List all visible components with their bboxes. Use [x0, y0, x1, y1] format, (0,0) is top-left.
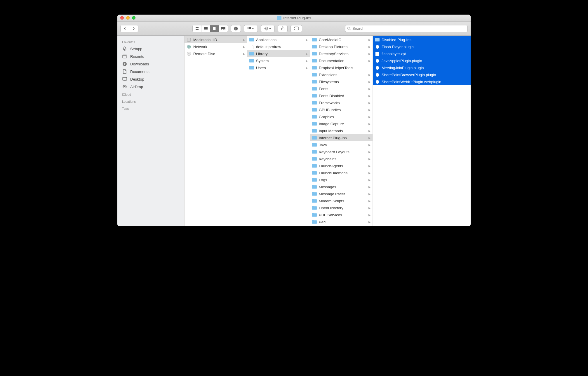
file-row[interactable]: JavaAppletPlugin.plugin — [373, 57, 471, 64]
icon-view-icon — [195, 27, 199, 30]
sidebar-section-header[interactable]: iCloud — [117, 90, 184, 98]
file-row[interactable]: Flash Player.plugin — [373, 43, 471, 50]
file-icon — [375, 51, 380, 56]
file-row[interactable]: Documentation▶ — [310, 57, 373, 64]
file-row[interactable]: Fonts▶ — [310, 85, 373, 92]
list-view-button[interactable] — [201, 25, 210, 32]
svg-rect-2 — [196, 29, 197, 30]
file-row[interactable]: DropboxHelperTools — [310, 64, 373, 71]
file-row[interactable]: Extensions▶ — [310, 71, 373, 78]
file-row[interactable]: LaunchDaemons▶ — [310, 169, 373, 176]
file-row[interactable]: OpenDirectory▶ — [310, 204, 373, 211]
sidebar-section-header[interactable]: Tags — [117, 105, 184, 112]
file-row[interactable]: Library▶ — [247, 50, 310, 57]
sidebar-item-desktop[interactable]: Desktop — [117, 75, 184, 83]
file-row[interactable]: Disabled Plug-Ins — [373, 36, 471, 43]
file-row[interactable]: PDF Services▶ — [310, 211, 373, 218]
file-row[interactable]: Filesystems▶ — [310, 78, 373, 85]
gallery-view-button[interactable] — [219, 25, 228, 32]
column-1[interactable]: Applications▶default.profrawLibrary▶Syst… — [247, 36, 310, 226]
file-row[interactable]: System▶ — [247, 57, 310, 64]
svg-rect-0 — [196, 27, 197, 28]
row-label: Extensions — [319, 73, 367, 77]
file-row[interactable]: Java▶ — [310, 141, 373, 148]
folder-icon — [312, 135, 317, 140]
sidebar-section-header[interactable]: Favorites — [117, 38, 184, 45]
maximize-button[interactable] — [132, 16, 135, 20]
row-label: Perl — [319, 220, 367, 224]
folder-icon — [312, 170, 317, 175]
file-row[interactable]: Desktop Pictures▶ — [310, 43, 373, 50]
sidebar-item-label: Setapp — [130, 47, 142, 51]
svg-rect-6 — [204, 29, 208, 30]
action-button[interactable] — [261, 25, 275, 32]
sidebar-item-label: Desktop — [130, 77, 144, 81]
file-row[interactable]: Applications▶ — [247, 36, 310, 43]
file-row[interactable]: Graphics▶ — [310, 113, 373, 120]
icon-view-button[interactable] — [193, 25, 201, 32]
column-2[interactable]: CoreMediaIO▶Desktop Pictures▶DirectorySe… — [310, 36, 373, 226]
chevron-right-icon: ▶ — [368, 150, 371, 154]
folder-icon — [249, 65, 254, 70]
file-row[interactable]: CoreMediaIO▶ — [310, 36, 373, 43]
file-row[interactable]: LaunchAgents▶ — [310, 162, 373, 169]
svg-point-38 — [124, 86, 125, 87]
file-row[interactable]: SharePointWebKitPlugin.webplugin — [373, 78, 471, 85]
svg-rect-20 — [249, 28, 250, 29]
file-row[interactable]: Logs▶ — [310, 176, 373, 183]
file-row[interactable]: Remote Disc▶ — [185, 50, 247, 57]
search-icon — [347, 27, 351, 30]
file-row[interactable]: Fonts Disabled▶ — [310, 92, 373, 99]
svg-line-28 — [267, 29, 268, 30]
chevron-right-icon: ▶ — [306, 59, 308, 62]
column-0[interactable]: Macintosh HD▶Network▶Remote Disc▶ — [185, 36, 247, 226]
file-row[interactable]: Internet Plug-Ins▶ — [310, 134, 373, 141]
file-row[interactable]: DirectoryServices▶ — [310, 50, 373, 57]
tags-button[interactable] — [290, 25, 302, 32]
file-row[interactable]: Users▶ — [247, 64, 310, 71]
folder-icon — [312, 51, 317, 56]
share-button[interactable] — [278, 25, 288, 32]
file-row[interactable]: MessageTracer▶ — [310, 190, 373, 197]
file-row[interactable]: Network▶ — [185, 43, 247, 50]
sidebar-item-downloads[interactable]: Downloads — [117, 60, 184, 68]
sidebar-item-airdrop[interactable]: AirDrop — [117, 83, 184, 90]
forward-button[interactable] — [129, 25, 138, 32]
plugin-icon — [375, 79, 380, 84]
file-row[interactable]: Input Methods▶ — [310, 127, 373, 134]
file-row[interactable]: Image Capture▶ — [310, 120, 373, 127]
file-row[interactable]: Modem Scripts▶ — [310, 197, 373, 204]
back-button[interactable] — [121, 25, 129, 32]
titlebar[interactable]: Internet Plug-Ins — [117, 15, 471, 22]
file-row[interactable]: default.profraw — [247, 43, 310, 50]
sidebar-item-setapp[interactable]: Setapp — [117, 45, 184, 53]
minimize-button[interactable] — [126, 16, 130, 20]
file-row[interactable]: Macintosh HD▶ — [185, 36, 247, 43]
column-view-button[interactable] — [210, 25, 219, 32]
file-row[interactable]: Keyboard Layouts▶ — [310, 148, 373, 155]
sidebar-item-documents[interactable]: Documents — [117, 68, 184, 75]
file-row[interactable]: Frameworks▶ — [310, 99, 373, 106]
chevron-down-icon — [269, 28, 271, 29]
info-icon: i — [234, 27, 238, 31]
file-row[interactable]: Keychains▶ — [310, 155, 373, 162]
file-row[interactable]: GPUBundles▶ — [310, 106, 373, 113]
column-3[interactable]: Disabled Plug-InsFlash Player.pluginflas… — [373, 36, 471, 226]
file-row[interactable]: flashplayer.xpt — [373, 50, 471, 57]
file-row[interactable]: MeetingJoinPlugin.plugin — [373, 64, 471, 71]
group-button[interactable] — [244, 25, 258, 32]
search-input[interactable] — [352, 26, 466, 31]
file-row[interactable]: SharePointBrowserPlugin.plugin — [373, 71, 471, 78]
sidebar-section-header[interactable]: Locations — [117, 98, 184, 105]
apps-icon — [122, 46, 127, 51]
info-button[interactable]: i — [231, 25, 241, 32]
row-label: JavaAppletPlugin.plugin — [382, 59, 469, 63]
plugin-icon — [375, 72, 380, 77]
row-label: Flash Player.plugin — [382, 45, 469, 49]
close-button[interactable] — [120, 16, 124, 20]
file-row[interactable]: Messages▶ — [310, 183, 373, 190]
search-box[interactable] — [345, 25, 468, 32]
sidebar-item-recents[interactable]: Recents — [117, 53, 184, 60]
file-row[interactable]: Perl▶ — [310, 218, 373, 225]
svg-line-30 — [265, 29, 266, 30]
